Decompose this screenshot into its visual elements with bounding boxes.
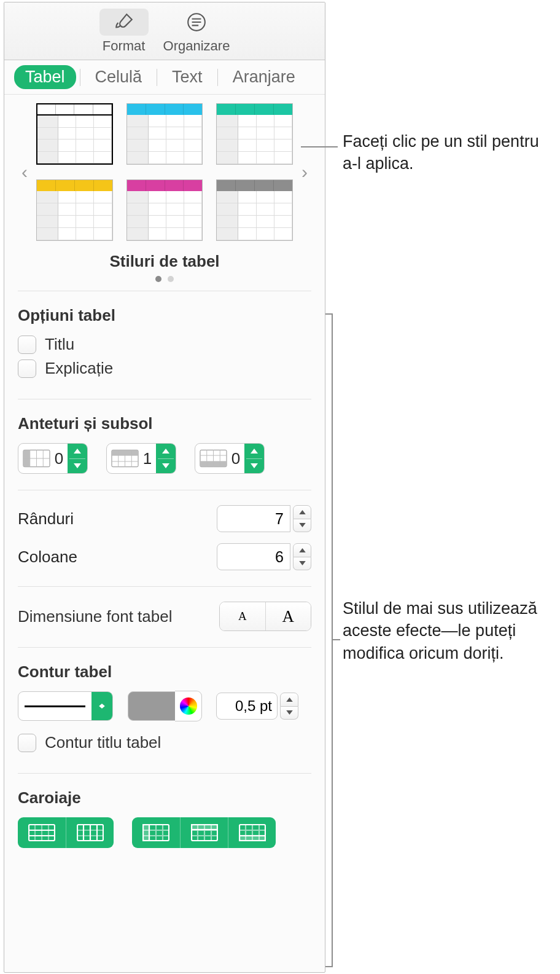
rows-label: Rânduri — [18, 509, 74, 528]
table-style-swatch[interactable] — [36, 179, 113, 241]
annotation-style-click: Faceți clic pe un stil pentru a-l aplica… — [343, 130, 545, 175]
format-tab-label: Format — [103, 38, 146, 54]
table-styles-caption: Stiluri de tabel — [18, 252, 311, 271]
title-checkbox[interactable] — [18, 336, 36, 354]
font-size-increase[interactable]: A — [266, 602, 311, 630]
color-picker-button[interactable] — [175, 691, 202, 721]
subtab-text[interactable]: Text — [161, 65, 214, 89]
gridlines-header-row[interactable] — [180, 817, 228, 848]
table-style-swatch[interactable] — [126, 179, 203, 241]
table-style-swatch[interactable] — [216, 179, 293, 241]
footer-rows-value: 0 — [227, 449, 244, 468]
svg-rect-10 — [143, 825, 149, 841]
rows-down[interactable] — [293, 519, 311, 533]
caption-checkbox-label: Explicație — [45, 359, 113, 378]
font-size-label: Dimensiune font tabel — [18, 607, 172, 626]
gridlines-section: Caroiaje — [18, 773, 311, 852]
table-outline-section: Contur tabel — [18, 647, 311, 773]
table-styles-carousel: ‹ › — [18, 103, 311, 241]
font-size-decrease[interactable]: A — [220, 602, 266, 630]
gridlines-footer-row[interactable] — [228, 817, 276, 848]
table-options-section: Opțiuni tabel Titlu Explicație — [18, 291, 311, 399]
page-dot[interactable] — [168, 276, 174, 282]
color-wheel-icon — [180, 697, 197, 715]
outline-title-label: Contur titlu tabel — [45, 733, 161, 752]
chevron-down-icon — [91, 692, 112, 720]
organize-tab-label: Organizare — [163, 38, 230, 54]
stepper-control[interactable] — [156, 444, 176, 473]
outline-line-style[interactable] — [18, 691, 113, 721]
rows-input[interactable] — [217, 505, 290, 532]
outline-color-well[interactable] — [128, 691, 201, 721]
subtab-arrange[interactable]: Aranjare — [222, 65, 306, 89]
table-outline-heading: Contur tabel — [18, 662, 311, 681]
list-icon — [172, 9, 221, 36]
gridlines-header-segmented — [132, 817, 276, 848]
headers-footer-section: Anteturi și subsol 0 1 — [18, 399, 311, 490]
annotation-effects: Stilul de mai sus utilizează aceste efec… — [343, 597, 558, 664]
gridlines-header-col[interactable] — [132, 817, 180, 848]
header-columns-stepper[interactable]: 0 — [18, 443, 88, 474]
styles-page-dots — [18, 276, 311, 282]
line-style-preview — [25, 705, 85, 707]
header-rows-icon — [111, 449, 139, 468]
title-checkbox-label: Titlu — [45, 335, 74, 354]
outline-width-input[interactable] — [216, 693, 278, 720]
outline-title-checkbox[interactable] — [18, 734, 36, 752]
gridlines-body-segmented — [18, 817, 114, 848]
annotation-leader — [301, 146, 338, 147]
caption-checkbox[interactable] — [18, 359, 36, 378]
cols-up[interactable] — [293, 543, 311, 557]
table-style-swatch[interactable] — [36, 103, 113, 165]
format-subtabs: Tabel Celulă Text Aranjare — [4, 60, 325, 95]
stepper-control[interactable] — [68, 444, 87, 473]
header-rows-stepper[interactable]: 1 — [106, 443, 176, 474]
header-columns-icon — [23, 449, 50, 468]
inspector-panel: Format Organizare Tabel Celulă Text Aran… — [4, 2, 325, 973]
headers-footer-heading: Anteturi și subsol — [18, 414, 311, 433]
cols-down[interactable] — [293, 557, 311, 571]
brush-icon — [99, 9, 149, 36]
footer-rows-stepper[interactable]: 0 — [195, 443, 265, 474]
rows-up[interactable] — [293, 505, 311, 519]
table-style-swatch[interactable] — [216, 103, 293, 165]
styles-prev[interactable]: ‹ — [18, 154, 31, 190]
outline-width-up[interactable] — [280, 693, 298, 707]
page-dot[interactable] — [155, 276, 161, 282]
gridlines-heading: Caroiaje — [18, 788, 311, 807]
outline-width-down[interactable] — [280, 707, 298, 720]
rows-columns-section: Rânduri Coloane — [18, 490, 311, 586]
subtab-table[interactable]: Tabel — [14, 65, 76, 89]
font-size-segmented: A A — [219, 602, 311, 631]
subtab-cell[interactable]: Celulă — [84, 65, 154, 89]
stepper-control[interactable] — [244, 444, 264, 473]
table-options-heading: Opțiuni tabel — [18, 306, 311, 325]
gridlines-body-vertical[interactable] — [66, 817, 114, 848]
header-columns-value: 0 — [50, 449, 68, 468]
format-tab[interactable]: Format — [99, 9, 149, 54]
styles-next[interactable]: › — [298, 154, 311, 190]
cols-input[interactable] — [217, 543, 290, 570]
table-font-size-section: Dimensiune font tabel A A — [18, 586, 311, 647]
cols-label: Coloane — [18, 548, 77, 567]
organize-tab[interactable]: Organizare — [163, 9, 230, 54]
inspector-toolbar: Format Organizare — [4, 2, 325, 60]
table-style-swatch[interactable] — [126, 103, 203, 165]
footer-rows-icon — [200, 449, 227, 468]
header-rows-value: 1 — [139, 449, 156, 468]
gridlines-body-horizontal[interactable] — [18, 817, 66, 848]
